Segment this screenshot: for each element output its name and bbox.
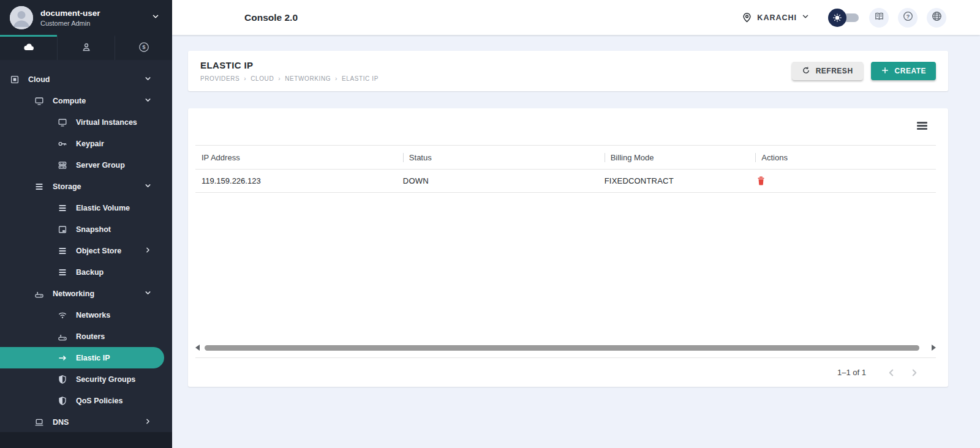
sidebar-menu: Cloud Compute Virtual Instances Keypair … <box>0 60 172 432</box>
table-header: IP Address Status Billing Mode Actions <box>195 145 936 170</box>
cloud-icon <box>23 41 35 56</box>
sidebar-item-qos-policies[interactable]: QoS Policies <box>0 390 172 411</box>
monitor-icon <box>58 118 67 127</box>
refresh-icon <box>802 66 810 77</box>
sidebar-item-snapshot[interactable]: Snapshot <box>0 218 172 240</box>
pagination: 1–1 of 1 <box>195 357 936 387</box>
app-title: Console 2.0 <box>244 12 298 23</box>
router-icon <box>34 289 44 299</box>
location-pin-icon <box>742 12 752 23</box>
server-icon <box>58 160 67 170</box>
breadcrumb-networking[interactable]: NETWORKING <box>285 75 331 82</box>
pagination-label: 1–1 of 1 <box>837 368 866 377</box>
create-button[interactable]: CREATE <box>871 62 936 80</box>
user-menu[interactable]: document-user Customer Admin <box>0 0 172 35</box>
chevron-down-icon <box>144 75 152 84</box>
shield-icon <box>58 396 67 406</box>
column-divider <box>403 153 404 162</box>
breadcrumb-separator: › <box>335 75 337 82</box>
sidebar-item-security-groups[interactable]: Security Groups <box>0 368 172 390</box>
user-name: document-user <box>40 9 151 18</box>
app-window: document-user Customer Admin Cloud Compu… <box>0 0 980 448</box>
user-role: Customer Admin <box>40 20 151 27</box>
shield-icon <box>58 375 67 384</box>
column-header-actions: Actions <box>749 153 936 162</box>
scrollbar-thumb[interactable] <box>205 345 919 351</box>
squares-icon <box>10 75 20 84</box>
question-icon <box>903 11 913 24</box>
chevron-down-icon <box>144 182 152 192</box>
cell-ip: 119.159.226.123 <box>195 176 397 185</box>
page-heading-block: ELASTIC IP PROVIDERS › CLOUD › NETWORKIN… <box>200 60 379 82</box>
help-button[interactable] <box>898 8 918 28</box>
table-row: 119.159.226.123 DOWN FIXEDCONTRACT <box>195 170 936 193</box>
page-title: ELASTIC IP <box>200 60 379 70</box>
sidebar-item-keypair[interactable]: Keypair <box>0 133 172 154</box>
breadcrumb-separator: › <box>244 75 246 82</box>
sidebar-item-elastic-ip[interactable]: Elastic IP <box>0 347 164 368</box>
monitor-icon <box>34 96 44 106</box>
breadcrumb-cloud[interactable]: CLOUD <box>251 75 274 82</box>
page-header-card: ELASTIC IP PROVIDERS › CLOUD › NETWORKIN… <box>188 51 948 91</box>
table-empty-space <box>195 193 936 342</box>
chevron-right-icon <box>144 417 152 427</box>
topbar: Console 2.0 KARACHI <box>172 0 980 35</box>
sidebar-item-compute[interactable]: Compute <box>0 90 172 111</box>
book-icon <box>874 11 884 24</box>
scrollbar-track <box>205 345 928 351</box>
dollar-icon <box>138 42 149 55</box>
region-label: KARACHI <box>757 13 797 22</box>
tab-cloud[interactable] <box>0 35 57 60</box>
sidebar-item-networks[interactable]: Networks <box>0 304 172 326</box>
topbar-controls: KARACHI <box>742 8 946 28</box>
previous-page-icon[interactable] <box>886 367 897 378</box>
column-header-billing: Billing Mode <box>598 153 750 162</box>
table-toolbar <box>195 121 936 136</box>
elastic-ip-table: IP Address Status Billing Mode Actions 1… <box>195 145 936 387</box>
sidebar-item-routers[interactable]: Routers <box>0 326 172 347</box>
next-page-icon[interactable] <box>909 367 920 378</box>
chevron-down-icon <box>144 289 152 299</box>
sidebar: document-user Customer Admin Cloud Compu… <box>0 0 172 448</box>
sidebar-tabs <box>0 35 172 60</box>
table-menu-icon[interactable] <box>917 122 927 130</box>
region-selector[interactable]: KARACHI <box>742 12 810 23</box>
docs-button[interactable] <box>869 8 889 28</box>
breadcrumb-providers[interactable]: PROVIDERS <box>200 75 239 82</box>
list-icon <box>58 203 67 213</box>
sidebar-item-networking[interactable]: Networking <box>0 283 172 304</box>
theme-toggle[interactable] <box>828 9 860 27</box>
horizontal-scrollbar <box>195 342 936 354</box>
list-icon <box>34 182 44 192</box>
column-header-ip: IP Address <box>195 153 397 162</box>
sidebar-item-cloud[interactable]: Cloud <box>0 69 172 90</box>
sidebar-item-server-group[interactable]: Server Group <box>0 154 172 176</box>
tab-billing[interactable] <box>115 35 172 60</box>
page-content: ELASTIC IP PROVIDERS › CLOUD › NETWORKIN… <box>172 35 980 448</box>
chevron-down-icon <box>144 96 152 106</box>
column-divider <box>605 153 605 162</box>
sidebar-item-object-store[interactable]: Object Store <box>0 240 172 261</box>
sidebar-item-storage[interactable]: Storage <box>0 176 172 197</box>
person-icon <box>81 42 92 55</box>
chevron-down-icon <box>801 12 810 23</box>
sidebar-item-backup[interactable]: Backup <box>0 261 172 283</box>
column-divider <box>755 153 756 162</box>
refresh-button[interactable]: REFRESH <box>792 62 863 80</box>
column-header-status: Status <box>397 153 598 162</box>
snapshot-icon <box>58 225 67 234</box>
sidebar-item-virtual-instances[interactable]: Virtual Instances <box>0 111 172 133</box>
language-button[interactable] <box>927 8 946 28</box>
cell-billing: FIXEDCONTRACT <box>598 176 750 185</box>
breadcrumb-elastic-ip[interactable]: ELASTIC IP <box>342 75 379 82</box>
scroll-right-icon[interactable] <box>932 345 936 351</box>
laptop-icon <box>34 417 44 427</box>
delete-icon[interactable] <box>756 176 766 186</box>
sidebar-item-elastic-volume[interactable]: Elastic Volume <box>0 197 172 218</box>
arrow-right-icon <box>58 353 67 363</box>
sidebar-item-dns[interactable]: DNS <box>0 411 172 432</box>
scroll-left-icon[interactable] <box>195 345 200 351</box>
tab-identity[interactable] <box>57 35 115 60</box>
avatar <box>10 6 33 29</box>
router-icon <box>58 332 67 342</box>
